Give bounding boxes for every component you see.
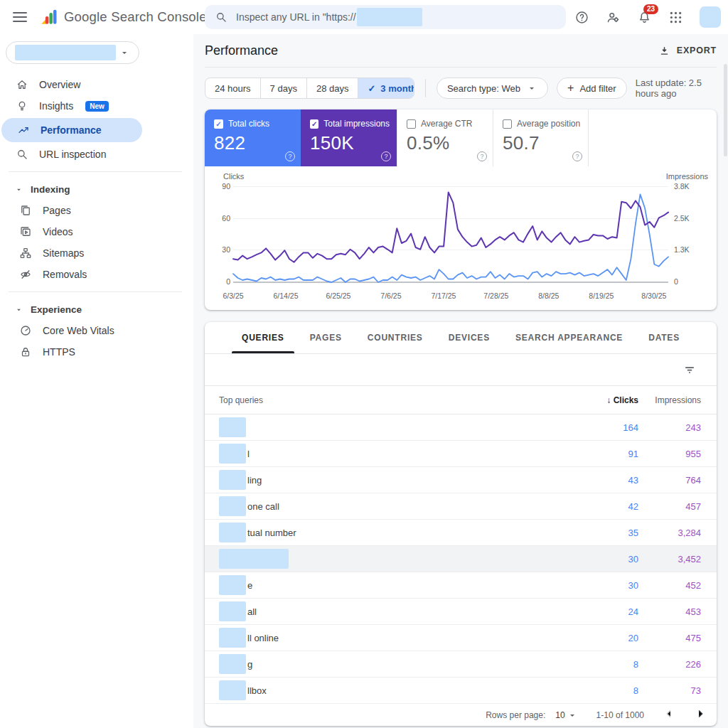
table-row[interactable]: l91955	[205, 441, 717, 467]
table-row[interactable]: llbox873	[205, 678, 717, 704]
chevron-down-icon	[567, 710, 578, 721]
tab-search-appearance[interactable]: SEARCH APPEARANCE	[515, 322, 623, 353]
search-type-chip[interactable]: Search type: Web	[437, 77, 548, 99]
checked-checkbox[interactable]: ✓	[310, 119, 318, 129]
chevron-down-icon	[14, 185, 23, 194]
sidebar-item-pages[interactable]: Pages	[0, 200, 193, 221]
unchecked-checkbox[interactable]	[503, 119, 512, 129]
sidebar-item-label: Videos	[43, 226, 73, 237]
impressions-value: 243	[638, 422, 717, 433]
impressions-value: 3,284	[638, 528, 717, 538]
sidebar-item-sitemaps[interactable]: Sitemaps	[0, 242, 193, 264]
redacted-query	[219, 680, 246, 700]
date-chip-7-days[interactable]: 7 days	[260, 78, 306, 98]
rows-per-page-select[interactable]: 10	[555, 710, 577, 721]
tab-dates[interactable]: DATES	[648, 322, 680, 353]
tab-pages[interactable]: PAGES	[310, 322, 342, 353]
clicks-value: 30	[553, 580, 638, 591]
metric-tile-total-impressions[interactable]: ✓Total impressions150K?	[301, 109, 397, 166]
column-header-impressions[interactable]: Impressions	[638, 395, 717, 405]
query-fragment: all	[247, 606, 257, 617]
tab-queries[interactable]: QUERIES	[242, 322, 284, 353]
sidebar-section-indexing[interactable]: Indexing	[0, 178, 193, 200]
videos-icon	[19, 225, 32, 238]
help-icon[interactable]	[574, 10, 589, 25]
clicks-value: 30	[553, 554, 638, 564]
add-filter-chip[interactable]: + Add filter	[557, 77, 627, 99]
sidebar-item-performance[interactable]: Performance	[1, 118, 142, 142]
chip-label: 7 days	[270, 83, 297, 94]
query-cell: one call	[205, 496, 553, 516]
core-web-vitals-icon	[19, 324, 32, 337]
query-fragment: one call	[247, 501, 279, 512]
checked-checkbox[interactable]: ✓	[214, 119, 223, 129]
right-axis-title: Impressions	[666, 172, 708, 181]
sidebar-item-removals[interactable]: Removals	[0, 264, 193, 285]
export-button[interactable]: EXPORT	[658, 45, 717, 57]
metric-label: Average position	[517, 119, 580, 129]
help-icon[interactable]: ?	[285, 151, 295, 161]
avatar[interactable]	[700, 6, 721, 28]
help-icon[interactable]: ?	[381, 151, 391, 161]
sidebar-item-label: Overview	[39, 79, 80, 90]
search-icon	[215, 11, 228, 23]
table-header-row: Top queries ↓ Clicks Impressions	[205, 386, 717, 414]
page-scrollbar[interactable]	[724, 64, 727, 156]
query-cell: ll online	[205, 628, 553, 648]
table-row[interactable]: tual number353,284	[205, 520, 717, 546]
sidebar-item-insights[interactable]: InsightsNew	[0, 95, 193, 117]
notifications-bell-icon[interactable]: 23	[637, 10, 652, 25]
date-chip-3-months[interactable]: ✓3 months	[358, 78, 414, 98]
lightbulb-icon	[16, 100, 28, 112]
impressions-value: 955	[638, 449, 717, 459]
unchecked-checkbox[interactable]	[407, 119, 416, 129]
next-page-button[interactable]	[694, 707, 707, 722]
user-settings-icon[interactable]	[606, 10, 621, 25]
table-row[interactable]: 164243	[205, 414, 717, 441]
date-range-chip-group: 24 hours7 days28 days✓3 monthsMore	[205, 77, 414, 99]
x-axis-tick-label: 7/17/25	[431, 291, 456, 300]
table-row[interactable]: all24453	[205, 599, 717, 625]
table-row[interactable]: one call42457	[205, 493, 717, 520]
left-axis-tick-label: 60	[213, 214, 230, 223]
column-header-clicks[interactable]: ↓ Clicks	[553, 395, 638, 405]
impressions-value: 226	[638, 659, 717, 670]
help-icon[interactable]: ?	[477, 151, 487, 161]
table-row[interactable]: ll online20475	[205, 625, 717, 651]
sidebar-item-https[interactable]: HTTPS	[0, 341, 193, 363]
query-cell: l	[205, 444, 553, 464]
date-chip-24-hours[interactable]: 24 hours	[205, 78, 260, 98]
metric-tile-average-position[interactable]: Average position50.7?	[493, 109, 589, 166]
previous-page-button	[663, 707, 675, 722]
date-chip-28-days[interactable]: 28 days	[306, 78, 358, 98]
x-axis-tick-label: 6/14/25	[273, 291, 298, 300]
metric-tile-average-ctr[interactable]: Average CTR0.5%?	[397, 109, 493, 166]
apps-grid-icon[interactable]	[668, 10, 683, 25]
sidebar-item-url-inspection[interactable]: URL inspection	[0, 144, 193, 165]
table-row[interactable]: g8226	[205, 651, 717, 678]
help-icon[interactable]: ?	[572, 151, 582, 161]
url-inspect-search-input[interactable]: Inspect any URL in "https://	[205, 5, 566, 29]
sidebar-item-videos[interactable]: Videos	[0, 221, 193, 242]
check-icon: ✓	[368, 83, 375, 94]
clicks-line-series	[233, 194, 668, 282]
tab-devices[interactable]: DEVICES	[449, 322, 490, 353]
metric-tile-total-clicks[interactable]: ✓Total clicks822?	[205, 109, 301, 166]
redacted-query	[219, 575, 246, 595]
table-row[interactable]: e30452	[205, 572, 717, 599]
table-row[interactable]: 303,452	[205, 546, 717, 572]
performance-chart[interactable]: ClicksImpressions00301.3K602.5K903.8K6/3…	[212, 168, 710, 310]
chart-plot-area[interactable]: 00301.3K602.5K903.8K	[233, 187, 668, 282]
sidebar-section-experience[interactable]: Experience	[0, 299, 193, 320]
table-row[interactable]: ling43764	[205, 467, 717, 493]
query-fragment: llbox	[247, 685, 267, 696]
filter-list-icon[interactable]	[682, 363, 697, 377]
hamburger-menu-icon[interactable]	[13, 9, 27, 25]
main-content: Performance EXPORT 24 hours7 days28 days…	[193, 34, 728, 728]
sidebar-item-core-web-vitals[interactable]: Core Web Vitals	[0, 320, 193, 341]
query-fragment: ling	[247, 475, 262, 486]
search-console-logo-icon	[39, 8, 58, 26]
sidebar-item-overview[interactable]: Overview	[0, 74, 193, 95]
property-selector[interactable]	[6, 41, 139, 64]
tab-countries[interactable]: COUNTRIES	[368, 322, 423, 353]
